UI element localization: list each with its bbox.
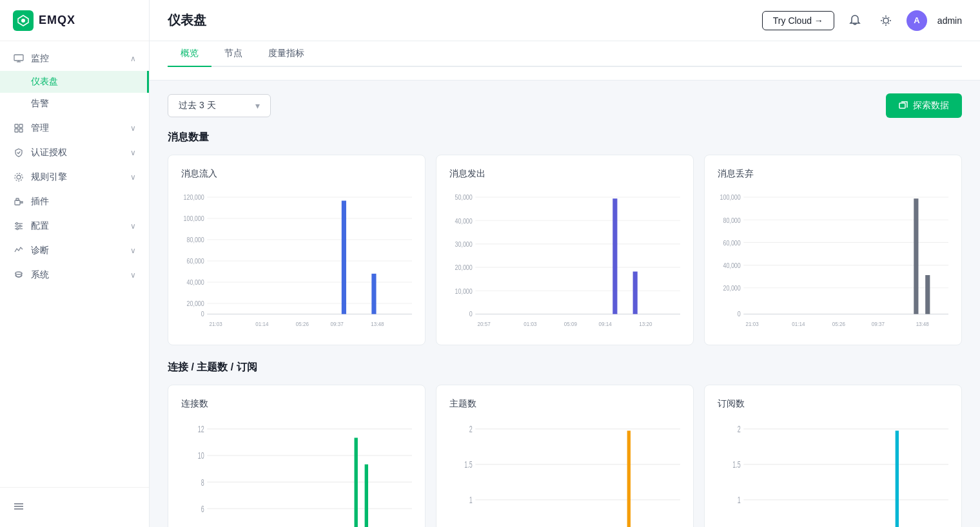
sidebar-item-alarm[interactable]: 告警 xyxy=(0,93,149,115)
svg-text:20,000: 20,000 xyxy=(723,284,741,292)
tab-metrics[interactable]: 度量指标 xyxy=(255,41,317,67)
tab-overview[interactable]: 概览 xyxy=(168,41,211,67)
sidebar-collapse-btn[interactable] xyxy=(13,495,136,519)
system-chevron: ∨ xyxy=(130,271,136,280)
chart-msg-in-area: 120,000 100,000 80,000 60,000 40,000 20,… xyxy=(181,190,412,332)
monitor-icon xyxy=(13,53,24,64)
svg-text:50,000: 50,000 xyxy=(455,194,473,202)
svg-rect-2 xyxy=(14,55,23,61)
svg-text:80,000: 80,000 xyxy=(723,216,741,224)
sidebar-item-management[interactable]: 管理 ∨ xyxy=(0,116,149,140)
connection-charts-grid: 连接数 12 10 8 6 xyxy=(168,385,962,527)
sidebar-item-dashboard[interactable]: 仪表盘 xyxy=(0,71,149,93)
svg-rect-58 xyxy=(612,198,617,314)
svg-text:13:20: 13:20 xyxy=(639,320,652,327)
header-right: Try Cloud → A admin xyxy=(762,10,962,31)
chart-msg-in: 消息流入 120,000 xyxy=(168,155,426,345)
sidebar-item-diag[interactable]: 诊断 ∨ xyxy=(0,238,149,263)
svg-text:05:26: 05:26 xyxy=(296,320,309,327)
tabs-container: 概览 节点 度量指标 xyxy=(150,41,980,81)
svg-text:21:03: 21:03 xyxy=(210,320,222,327)
svg-text:100,000: 100,000 xyxy=(720,194,741,202)
chart-subscriptions-area: 2 1.5 1 0.5 xyxy=(718,420,948,527)
svg-text:05:26: 05:26 xyxy=(832,320,845,327)
collapse-icon xyxy=(13,501,24,514)
svg-text:8: 8 xyxy=(201,477,204,487)
tab-nodes[interactable]: 节点 xyxy=(211,41,255,67)
rules-icon xyxy=(13,171,24,183)
page-title: 仪表盘 xyxy=(168,12,206,29)
auth-chevron: ∨ xyxy=(130,148,136,157)
svg-rect-11 xyxy=(15,200,20,205)
svg-text:2: 2 xyxy=(738,424,741,434)
rules-chevron: ∨ xyxy=(130,173,136,182)
section-message-title: 消息数量 xyxy=(168,131,962,144)
svg-text:100,000: 100,000 xyxy=(183,215,204,223)
svg-point-23 xyxy=(883,18,888,23)
svg-text:20,000: 20,000 xyxy=(186,300,204,308)
svg-text:09:37: 09:37 xyxy=(331,320,344,327)
content-area: 概览 节点 度量指标 过去 3 天 ▾ xyxy=(150,41,980,527)
theme-icon[interactable] xyxy=(876,10,896,31)
management-icon xyxy=(13,122,24,134)
svg-rect-94 xyxy=(355,438,358,528)
nav-group-monitor: 监控 ∧ 仪表盘 告警 xyxy=(0,46,149,115)
sidebar-item-config[interactable]: 配置 ∨ xyxy=(0,214,149,238)
sidebar-item-plugins[interactable]: 插件 xyxy=(0,189,149,214)
chart-connections: 连接数 12 10 8 6 xyxy=(168,385,426,527)
section-message-count: 消息数量 消息流入 xyxy=(168,131,962,345)
svg-text:13:48: 13:48 xyxy=(371,320,384,327)
chart-msg-out: 消息发出 50,000 40,000 30,000 xyxy=(436,155,694,345)
svg-text:40,000: 40,000 xyxy=(455,217,473,225)
try-cloud-button[interactable]: Try Cloud → xyxy=(762,11,834,30)
chart-msg-in-title: 消息流入 xyxy=(181,168,412,180)
chart-subscriptions: 订阅数 2 1.5 1 0.5 xyxy=(704,385,962,527)
logo-text: EMQX xyxy=(39,14,75,27)
chart-topics-title: 主题数 xyxy=(449,398,680,410)
svg-text:60,000: 60,000 xyxy=(186,258,204,265)
svg-text:1: 1 xyxy=(738,495,741,504)
svg-rect-12 xyxy=(16,198,19,200)
admin-label[interactable]: admin xyxy=(937,15,962,26)
svg-rect-40 xyxy=(371,274,376,314)
svg-rect-59 xyxy=(633,272,638,314)
svg-text:0: 0 xyxy=(201,310,204,318)
svg-text:20:57: 20:57 xyxy=(478,320,491,327)
section-connections-title: 连接 / 主题数 / 订阅 xyxy=(168,361,962,374)
logo-icon xyxy=(13,10,34,31)
chart-msg-out-area: 50,000 40,000 30,000 20,000 10,000 0 xyxy=(449,190,680,332)
svg-text:0: 0 xyxy=(469,310,473,318)
chart-msg-drop-area: 100,000 80,000 60,000 40,000 20,000 0 xyxy=(718,190,948,332)
svg-point-1 xyxy=(21,19,25,23)
svg-rect-104 xyxy=(627,431,631,528)
section-connections: 连接 / 主题数 / 订阅 连接数 12 xyxy=(168,361,962,527)
monitor-chevron: ∧ xyxy=(130,54,136,63)
sidebar-bottom xyxy=(0,487,149,527)
sidebar-item-auth[interactable]: 认证授权 ∨ xyxy=(0,140,149,165)
explore-data-button[interactable]: 探索数据 xyxy=(886,93,962,118)
svg-rect-5 xyxy=(15,124,18,128)
svg-text:10: 10 xyxy=(198,450,204,460)
sidebar-nav: 监控 ∧ 仪表盘 告警 管理 ∨ xyxy=(0,41,149,487)
svg-text:30,000: 30,000 xyxy=(455,240,473,248)
svg-text:01:14: 01:14 xyxy=(255,320,268,327)
tabs: 概览 节点 度量指标 xyxy=(168,41,962,67)
svg-point-17 xyxy=(19,225,21,227)
sidebar-item-monitor[interactable]: 监控 ∧ xyxy=(0,46,149,71)
sidebar-item-rules[interactable]: 规则引擎 ∨ xyxy=(0,165,149,189)
svg-point-19 xyxy=(15,272,22,274)
header: 仪表盘 Try Cloud → A admin xyxy=(150,0,980,41)
chart-topics-area: 2 1.5 1 0.5 xyxy=(449,420,680,527)
auth-icon xyxy=(13,147,24,158)
svg-rect-24 xyxy=(899,103,905,108)
svg-rect-77 xyxy=(914,198,918,314)
config-icon xyxy=(13,220,24,232)
diag-chevron: ∨ xyxy=(130,246,136,255)
sidebar-item-system[interactable]: 系统 ∨ xyxy=(0,263,149,287)
avatar[interactable]: A xyxy=(906,10,927,31)
svg-point-18 xyxy=(17,228,19,230)
svg-text:12: 12 xyxy=(198,424,204,434)
date-range-select[interactable]: 过去 3 天 ▾ xyxy=(168,94,271,117)
svg-text:13:48: 13:48 xyxy=(916,320,929,327)
notification-icon[interactable] xyxy=(845,10,865,31)
